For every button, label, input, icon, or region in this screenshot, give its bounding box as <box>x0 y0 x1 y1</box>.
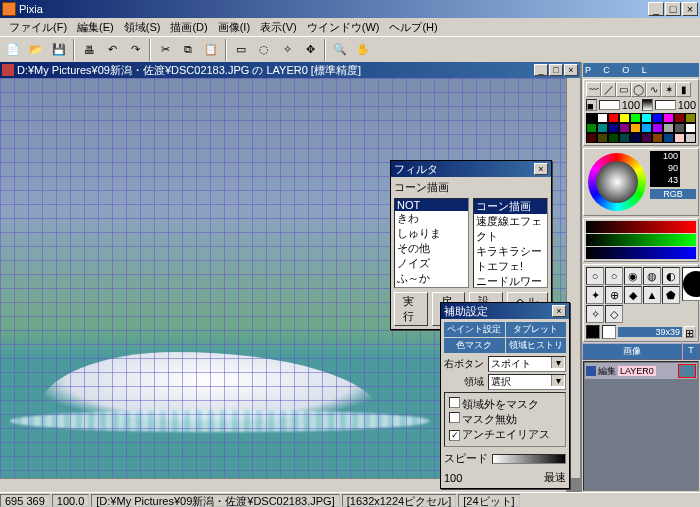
brush-4[interactable]: ◍ <box>643 267 661 285</box>
r-gradient[interactable] <box>586 221 696 233</box>
menu-window[interactable]: ウインドウ(W) <box>302 19 385 36</box>
swatch[interactable] <box>674 133 685 143</box>
shape-poly[interactable]: ✶ <box>661 82 676 97</box>
opacity-right-bar[interactable] <box>655 100 676 110</box>
swatch[interactable] <box>674 113 685 123</box>
aux-tab-paint[interactable]: ペイント設定 <box>444 322 505 337</box>
filter-cat-item[interactable]: しゅりま <box>395 226 468 241</box>
filter-category-list[interactable]: NOTきわしゅりまその他ノイズふ～か便利効果標準 <box>394 198 469 288</box>
swatch[interactable] <box>630 113 641 123</box>
filter-close-button[interactable]: × <box>534 163 548 175</box>
swatch[interactable] <box>597 123 608 133</box>
swatch[interactable] <box>641 113 652 123</box>
filter-cat-item[interactable]: その他 <box>395 241 468 256</box>
swatch[interactable] <box>652 113 663 123</box>
g-gradient[interactable] <box>586 234 696 246</box>
shape-curve[interactable]: ∿ <box>646 82 661 97</box>
filter-cat-item[interactable]: NOT <box>395 199 468 211</box>
swatch[interactable] <box>630 123 641 133</box>
filter-item[interactable]: 速度線エフェクト <box>474 214 547 244</box>
tool-new[interactable]: 📄 <box>2 39 24 61</box>
swatch[interactable] <box>663 133 674 143</box>
brush-1[interactable]: ○ <box>586 267 604 285</box>
aux-cb1[interactable] <box>449 397 460 408</box>
layer-thumb[interactable] <box>678 364 696 378</box>
brush-7[interactable]: ⊕ <box>605 286 623 304</box>
aux-cb2[interactable] <box>449 412 460 423</box>
menu-help[interactable]: ヘルプ(H) <box>384 19 442 36</box>
aux-rbtn-select[interactable]: スポイト <box>488 356 566 372</box>
tool-redo[interactable]: ↷ <box>124 39 146 61</box>
maximize-button[interactable]: □ <box>665 2 681 16</box>
swatch[interactable] <box>619 113 630 123</box>
tool-open[interactable]: 📂 <box>25 39 47 61</box>
tool-copy[interactable]: ⧉ <box>177 39 199 61</box>
layer-visible-icon[interactable] <box>586 366 596 376</box>
filter-dialog-titlebar[interactable]: フィルタ × <box>391 161 551 177</box>
menu-draw[interactable]: 描画(D) <box>165 19 212 36</box>
menu-image[interactable]: 画像(I) <box>213 19 255 36</box>
layer-tab-image[interactable]: 画像 <box>582 343 682 360</box>
tool-cut[interactable]: ✂ <box>154 39 176 61</box>
filter-item[interactable]: コーン描画 <box>474 199 547 214</box>
swatch[interactable] <box>586 123 597 133</box>
swatch[interactable] <box>597 133 608 143</box>
aux-speed-slider[interactable] <box>492 454 566 464</box>
shape-fill[interactable]: ▮ <box>676 82 691 97</box>
menu-file[interactable]: ファイル(F) <box>4 19 72 36</box>
brush-6[interactable]: ✦ <box>586 286 604 304</box>
doc-close[interactable]: × <box>564 64 578 76</box>
aux-tab-hist[interactable]: 領域ヒストリ <box>506 338 567 353</box>
aux-area-select[interactable]: 選択 <box>488 374 566 390</box>
swatch[interactable] <box>663 113 674 123</box>
color-wheel[interactable] <box>588 153 646 211</box>
swatch[interactable] <box>652 133 663 143</box>
swatch[interactable] <box>685 133 696 143</box>
swatch[interactable] <box>685 123 696 133</box>
aux-tab-mask[interactable]: 色マスク <box>444 338 505 353</box>
shape-rect[interactable]: ▭ <box>616 82 631 97</box>
tool-lasso[interactable]: ◌ <box>253 39 275 61</box>
swatch[interactable] <box>608 133 619 143</box>
brush-2[interactable]: ○ <box>605 267 623 285</box>
filter-cat-item[interactable]: 便利 <box>395 286 468 288</box>
layer-name[interactable]: LAYER0 <box>618 366 656 376</box>
brush-size-picker-icon[interactable]: ⊞ <box>684 326 696 338</box>
filter-item[interactable]: キラキラシートエフェ! <box>474 244 547 274</box>
tool-wand[interactable]: ✧ <box>276 39 298 61</box>
shape-ellipse[interactable]: ◯ <box>631 82 646 97</box>
tool-zoom[interactable]: 🔍 <box>329 39 351 61</box>
filter-cat-item[interactable]: ふ～か <box>395 271 468 286</box>
bg-color[interactable] <box>602 325 616 339</box>
rgb-tab[interactable]: RGB <box>650 189 696 199</box>
filter-cat-item[interactable]: きわ <box>395 211 468 226</box>
doc-min[interactable]: _ <box>534 64 548 76</box>
opacity-grad-icon[interactable] <box>642 99 653 111</box>
brush-11[interactable]: ✧ <box>586 305 604 323</box>
swatch[interactable] <box>630 133 641 143</box>
filter-cat-item[interactable]: ノイズ <box>395 256 468 271</box>
swatch[interactable] <box>619 123 630 133</box>
swatch[interactable] <box>641 123 652 133</box>
tool-print[interactable]: 🖶 <box>78 39 100 61</box>
tool-paste[interactable]: 📋 <box>200 39 222 61</box>
swatch[interactable] <box>619 133 630 143</box>
swatch[interactable] <box>597 113 608 123</box>
tool-move[interactable]: ✥ <box>299 39 321 61</box>
brush-12[interactable]: ◇ <box>605 305 623 323</box>
minimize-button[interactable]: _ <box>648 2 664 16</box>
menu-area[interactable]: 領域(S) <box>119 19 166 36</box>
aux-cb3[interactable]: ✓ <box>449 430 460 441</box>
swatch[interactable] <box>685 113 696 123</box>
filter-item[interactable]: ニードルワーク <box>474 274 547 288</box>
swatch[interactable] <box>608 123 619 133</box>
brush-preview[interactable] <box>682 267 700 301</box>
close-button[interactable]: × <box>682 2 698 16</box>
fg-color[interactable] <box>586 325 600 339</box>
brush-3[interactable]: ◉ <box>624 267 642 285</box>
doc-max[interactable]: □ <box>549 64 563 76</box>
menu-edit[interactable]: 編集(E) <box>72 19 119 36</box>
swatch[interactable] <box>586 113 597 123</box>
tool-hand[interactable]: ✋ <box>352 39 374 61</box>
brush-9[interactable]: ▲ <box>643 286 661 304</box>
